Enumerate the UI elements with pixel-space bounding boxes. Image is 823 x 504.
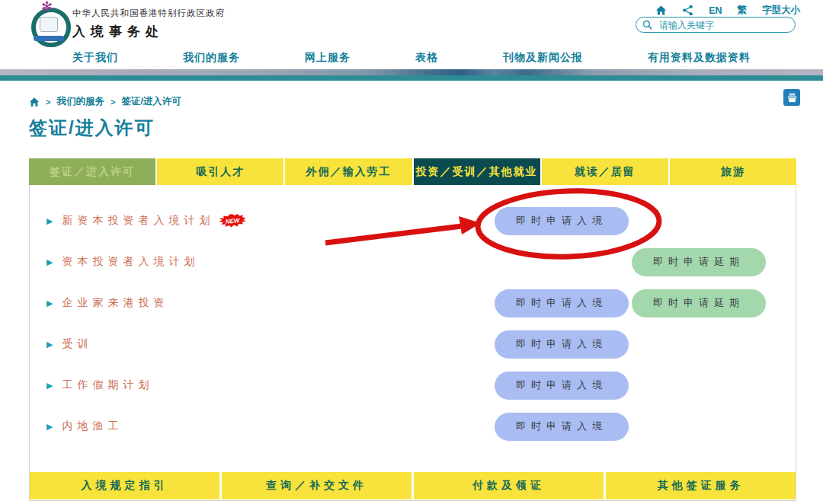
scheme-row: ▶ 新资本投资者入境计划 NEW 即时申请入境 [30,200,796,241]
scheme-row: ▶ 受训 即时申请入境 [30,324,796,365]
logo-inner [40,17,58,32]
font-size-link[interactable]: 字型大小 [762,4,800,17]
extension-button-slot: 即时申请延期 [632,248,796,276]
header-text: 中华人民共和国香港特别行政区政府 入境事务处 [72,8,225,40]
tab-attract-talents[interactable]: 吸引人才 [157,158,283,185]
teal-divider-bar [0,75,823,81]
row-label-wrap: ▶ 工作假期计划 [30,378,495,392]
arrow-bullet-icon: ▶ [46,257,53,267]
search-input[interactable] [658,19,789,31]
scheme-row: ▶ 工作假期计划 即时申请入境 [30,365,796,406]
row-label-wrap: ▶ 新资本投资者入境计划 NEW [30,214,495,228]
logo-banner [34,36,64,41]
apply-entry-button[interactable]: 即时申请入境 [495,413,629,441]
link-working-holiday[interactable]: 工作假期计划 [62,378,153,392]
arrow-bullet-icon: ▶ [46,298,53,308]
header: ✻ 中华人民共和国香港特别行政区政府 入境事务处 EN 繁 字型大小 [0,0,823,46]
nav-item-our-services[interactable]: 我们的服务 [183,51,240,65]
breadcrumb-home-icon[interactable] [29,97,40,107]
department-name: 入境事务处 [72,23,225,40]
search-box[interactable] [636,17,796,33]
bottom-item-other-visa-services[interactable]: 其他签证服务 [606,472,796,499]
breadcrumb: > 我们的服务 > 签证/进入许可 [29,95,181,108]
link-capital-investment-scheme[interactable]: 资本投资者入境计划 [62,255,199,269]
lang-traditional-link[interactable]: 繁 [738,4,748,17]
tab-study-residence[interactable]: 就读／居留 [542,158,668,185]
arrow-bullet-icon: ▶ [46,422,53,432]
entry-button-slot: 即时申请入境 [495,207,632,235]
print-button[interactable] [783,89,800,106]
bauhinia-flower-icon: ✻ [41,0,53,14]
entry-button-slot: 即时申请入境 [495,372,632,400]
nav-item-useful-info[interactable]: 有用资料及数据资料 [648,51,751,65]
apply-entry-button[interactable]: 即时申请入境 [495,289,629,317]
tab-content-panel: ▶ 新资本投资者入境计划 NEW 即时申请入境 ▶ 资本投资者入境计划 即时申请… [29,185,796,501]
apply-entry-button[interactable]: 即时申请入境 [495,372,629,400]
category-tabs: 签证／进入许可 吸引人才 外佣／输入劳工 投资／受训／其他就业 就读／居留 旅游 [29,158,796,185]
link-mainland-fishermen[interactable]: 内地渔工 [62,419,123,433]
home-icon[interactable] [655,5,667,16]
government-line: 中华人民共和国香港特别行政区政府 [72,8,225,19]
nav-item-about[interactable]: 关于我们 [72,51,118,65]
arrow-bullet-icon: ▶ [46,340,53,349]
apply-extension-button[interactable]: 即时申请延期 [632,289,766,317]
scheme-row: ▶ 内地渔工 即时申请入境 [30,406,796,447]
utility-bar: EN 繁 字型大小 [655,4,800,17]
tab-travel[interactable]: 旅游 [670,158,796,185]
entry-button-slot: 即时申请入境 [495,413,632,441]
immd-logo[interactable]: ✻ [29,2,69,43]
link-entrepreneur-investment[interactable]: 企业家来港投资 [62,296,168,310]
new-badge: NEW [219,213,247,228]
row-label-wrap: ▶ 资本投资者入境计划 [30,255,495,269]
bottom-item-enquiry-documents[interactable]: 查询／补交文件 [222,472,412,499]
nav-item-publications[interactable]: 刊物及新闻公报 [503,51,583,65]
row-label-wrap: ▶ 企业家来港投资 [30,296,495,310]
banner-image-strip [0,69,823,75]
scheme-row: ▶ 企业家来港投资 即时申请入境 即时申请延期 [30,282,796,324]
tab-visa-entry-permit[interactable]: 签证／进入许可 [29,158,155,185]
row-label-wrap: ▶ 受训 [30,337,495,351]
tab-investment-training-employment[interactable]: 投资／受训／其他就业 [414,158,540,185]
share-icon[interactable] [682,5,693,16]
nav-item-forms[interactable]: 表格 [415,51,438,65]
scheme-row: ▶ 资本投资者入境计划 即时申请延期 [30,241,796,282]
entry-button-slot: 即时申请入境 [495,330,632,359]
bottom-links-bar: 入境规定指引 查询／补交文件 付款及领证 其他签证服务 [30,472,796,499]
entry-button-slot: 即时申请入境 [495,289,632,317]
printer-icon [786,92,798,104]
apply-extension-button[interactable]: 即时申请延期 [632,248,766,276]
main-nav: 关于我们 我们的服务 网上服务 表格 刊物及新闻公报 有用资料及数据资料 [0,46,823,69]
extension-button-slot: 即时申请延期 [632,289,796,317]
lang-english-link[interactable]: EN [709,5,722,16]
bottom-item-payment-collection[interactable]: 付款及领证 [414,472,604,499]
apply-entry-button[interactable]: 即时申请入境 [495,207,629,235]
breadcrumb-separator: > [110,97,115,107]
nav-item-online-services[interactable]: 网上服务 [305,51,351,65]
tab-helpers-labour[interactable]: 外佣／输入劳工 [285,158,412,185]
breadcrumb-our-services[interactable]: 我们的服务 [56,95,104,108]
link-training[interactable]: 受训 [62,337,92,351]
search-icon [642,20,652,30]
breadcrumb-separator: > [46,97,50,107]
arrow-bullet-icon: ▶ [46,381,53,391]
page-title: 签证/进入许可 [29,116,155,140]
link-new-capital-investment-scheme[interactable]: 新资本投资者入境计划 [62,214,214,228]
row-label-wrap: ▶ 内地渔工 [30,419,495,433]
breadcrumb-visa-permits[interactable]: 签证/进入许可 [121,95,181,108]
arrow-bullet-icon: ▶ [46,216,53,226]
apply-entry-button[interactable]: 即时申请入境 [495,330,629,359]
bottom-item-entry-guidelines[interactable]: 入境规定指引 [30,472,219,499]
